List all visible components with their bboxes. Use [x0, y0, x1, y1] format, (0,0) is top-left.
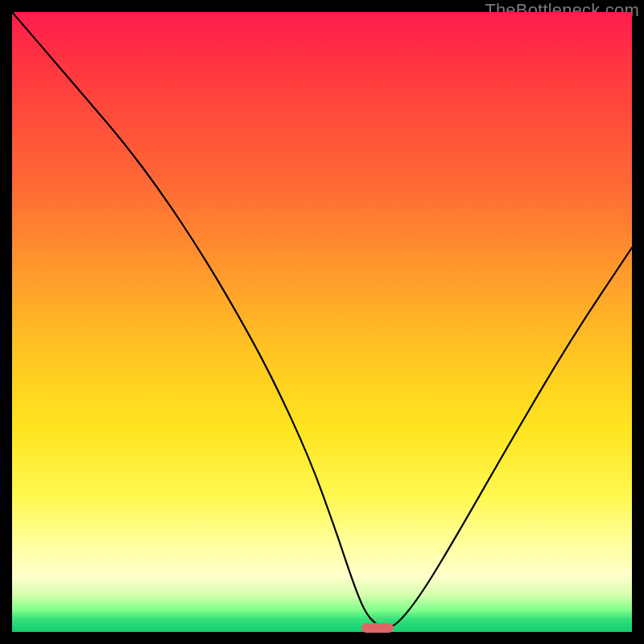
plot-area — [12, 12, 632, 632]
optimal-marker — [361, 623, 394, 633]
curve-svg — [12, 12, 632, 632]
chart-frame: TheBottleneck.com — [0, 0, 644, 644]
bottleneck-curve — [12, 12, 632, 627]
